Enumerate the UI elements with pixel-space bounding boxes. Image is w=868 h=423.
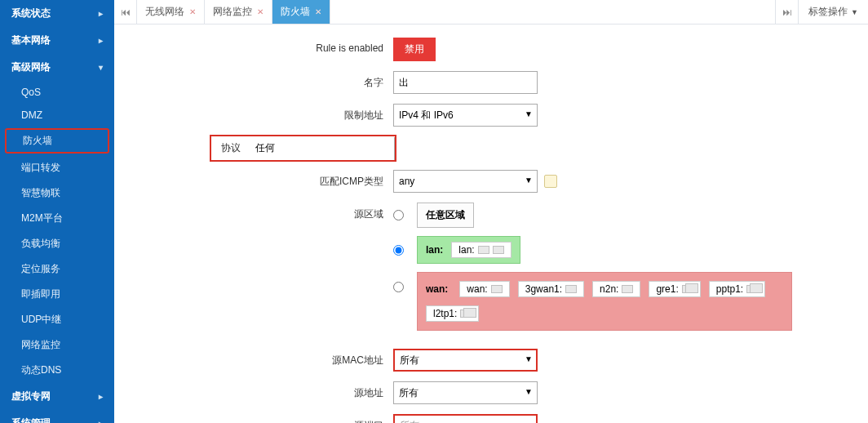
sidebar-item[interactable]: 定位服务 (0, 256, 114, 282)
disable-button[interactable]: 禁用 (393, 38, 436, 61)
wan-zone-chip: wan: wan:3gwan1:n2n:gre1:pptp1:l2tp1: (417, 272, 792, 331)
tab-scroll-right-icon[interactable]: ⏭ (775, 0, 798, 24)
protocol-label: 协议 (211, 136, 250, 160)
rule-enabled-label: Rule is enabled (124, 38, 393, 54)
protocol-input[interactable] (250, 137, 395, 160)
sidebar-category[interactable]: 高级网络▾ (0, 54, 114, 81)
name-input[interactable] (393, 71, 538, 94)
tab[interactable]: 网络监控✕ (205, 0, 272, 24)
src-port-input[interactable] (393, 414, 538, 423)
restrict-addr-label: 限制地址 (124, 104, 393, 122)
close-icon[interactable]: ✕ (315, 7, 321, 16)
chevron-right-icon: ▸ (99, 392, 103, 401)
sidebar: 系统状态▸基本网络▸高级网络▾QoSDMZ防火墙端口转发智慧物联M2M平台负载均… (0, 0, 114, 423)
net-icon (746, 285, 758, 293)
icmp-type-select[interactable]: any (393, 170, 538, 193)
icmp-type-label: 匹配ICMP类型 (124, 170, 393, 189)
hint-icon[interactable] (544, 175, 557, 188)
sidebar-category[interactable]: 基本网络▸ (0, 27, 114, 54)
sidebar-category[interactable]: 系统状态▸ (0, 0, 114, 27)
restrict-addr-select[interactable]: IPv4 和 IPv6 (393, 104, 538, 127)
sidebar-category[interactable]: 系统管理▸ (0, 410, 114, 423)
chevron-down-icon: ▼ (851, 8, 858, 16)
net-icon (622, 285, 633, 293)
src-addr-select[interactable]: 所有 (393, 381, 538, 404)
sidebar-item[interactable]: 动态DNS (0, 358, 114, 383)
src-addr-label: 源地址 (124, 381, 393, 400)
net-icon (565, 285, 577, 293)
wan-net-chip: l2tp1: (426, 305, 479, 322)
chevron-right-icon: ▸ (99, 9, 103, 18)
wan-net-chip: gre1: (649, 281, 700, 297)
tab-ops-menu[interactable]: 标签操作 ▼ (798, 0, 868, 24)
sidebar-item[interactable]: 负载均衡 (0, 231, 114, 256)
sidebar-item[interactable]: DMZ (0, 104, 114, 127)
tab-scroll-left-icon[interactable]: ⏮ (114, 0, 137, 24)
sidebar-item[interactable]: 网络监控 (0, 332, 114, 358)
tab[interactable]: 无线网络✕ (137, 0, 205, 24)
src-zone-wan-radio[interactable] (393, 282, 404, 292)
net-icon (493, 246, 504, 254)
src-port-label: 源端口 (124, 414, 393, 423)
wan-net-chip: 3gwan1: (518, 281, 584, 297)
src-mac-label: 源MAC地址 (124, 349, 393, 367)
lan-net-chip: lan: (451, 242, 511, 258)
sidebar-item[interactable]: QoS (0, 81, 114, 104)
tab-ops-label: 标签操作 (808, 5, 848, 19)
chevron-right-icon: ▸ (99, 419, 103, 423)
close-icon[interactable]: ✕ (257, 7, 264, 16)
sidebar-item[interactable]: 端口转发 (0, 155, 114, 180)
net-icon (478, 246, 489, 254)
net-icon (460, 309, 472, 318)
tab[interactable]: 防火墙✕ (272, 0, 330, 24)
sidebar-item[interactable]: 即插即用 (0, 282, 114, 307)
sidebar-item[interactable]: 防火墙 (5, 128, 109, 154)
src-mac-select[interactable]: 所有 (393, 349, 538, 372)
firewall-form: Rule is enabled 禁用 名字 限制地址 IPv4 和 IPv6 (114, 24, 868, 423)
sidebar-item[interactable]: UDP中继 (0, 307, 114, 332)
close-icon[interactable]: ✕ (189, 7, 196, 16)
src-zone-lan-radio[interactable] (393, 245, 404, 256)
net-icon (491, 285, 503, 293)
wan-net-chip: wan: (459, 281, 509, 297)
src-zone-any-radio[interactable] (393, 210, 404, 220)
wan-net-chip: n2n: (592, 281, 640, 297)
any-zone-chip: 任意区域 (417, 203, 474, 228)
net-icon (682, 285, 693, 293)
wan-net-chip: pptp1: (709, 281, 765, 297)
tab-bar: ⏮ 无线网络✕网络监控✕防火墙✕ ⏭ 标签操作 ▼ (114, 0, 868, 24)
lan-zone-chip: lan: lan: (417, 236, 520, 264)
sidebar-item[interactable]: 智慧物联 (0, 180, 114, 206)
chevron-down-icon: ▾ (99, 63, 103, 72)
name-label: 名字 (124, 71, 393, 90)
sidebar-category[interactable]: 虚拟专网▸ (0, 383, 114, 410)
sidebar-item[interactable]: M2M平台 (0, 206, 114, 231)
chevron-right-icon: ▸ (99, 36, 103, 45)
src-zone-label: 源区域 (124, 203, 393, 221)
